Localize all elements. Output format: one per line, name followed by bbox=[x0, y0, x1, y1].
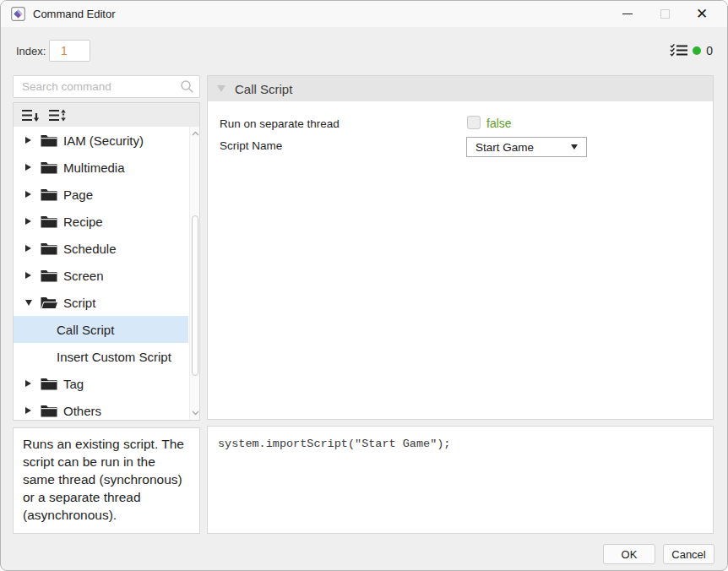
scroll-up-icon[interactable] bbox=[190, 128, 200, 139]
open-folder-icon bbox=[41, 296, 62, 309]
index-input[interactable] bbox=[49, 40, 90, 62]
chevron-right-icon[interactable] bbox=[25, 407, 41, 414]
tree-folder-page[interactable]: Page bbox=[14, 181, 188, 208]
index-label: Index: bbox=[16, 45, 46, 57]
cancel-button[interactable]: Cancel bbox=[663, 544, 714, 564]
chevron-right-icon[interactable] bbox=[25, 272, 41, 279]
minimize-button[interactable] bbox=[609, 1, 646, 27]
tree-folder-multimedia[interactable]: Multimedia bbox=[14, 154, 188, 181]
ok-button[interactable]: OK bbox=[603, 544, 655, 564]
folder-icon bbox=[41, 378, 62, 390]
run-on-separate-thread-checkbox[interactable] bbox=[467, 116, 481, 129]
folder-icon bbox=[41, 242, 62, 255]
error-count: 0 bbox=[706, 44, 713, 57]
tree-folder-screen[interactable]: Screen bbox=[14, 262, 188, 289]
tree-folder-iam-security[interactable]: IAM (Security) bbox=[14, 127, 188, 154]
app-icon bbox=[11, 7, 25, 21]
tree-label: Recipe bbox=[63, 215, 103, 229]
collapse-all-icon[interactable] bbox=[21, 107, 40, 123]
checkbox-value-text: false bbox=[486, 117, 512, 130]
chevron-down-icon[interactable] bbox=[25, 300, 41, 306]
tree-label: Screen bbox=[63, 269, 104, 283]
field-row-script-name: Script Name Start Game bbox=[220, 135, 701, 155]
script-name-dropdown[interactable]: Start Game bbox=[466, 137, 587, 157]
collapse-section-icon[interactable] bbox=[217, 85, 225, 92]
minimize-icon bbox=[622, 14, 633, 14]
tree-label: Insert Custom Script bbox=[57, 350, 171, 364]
tree-label: Others bbox=[63, 404, 101, 418]
search-box bbox=[13, 75, 200, 98]
command-editor-window: Command Editor ✕ Index: bbox=[0, 0, 728, 571]
tree-label: Tag bbox=[63, 377, 84, 391]
status-dot-icon bbox=[693, 46, 701, 55]
tree-folder-tag[interactable]: Tag bbox=[14, 370, 188, 397]
folder-icon bbox=[41, 161, 62, 174]
close-button[interactable]: ✕ bbox=[683, 1, 720, 27]
editor-panel: Call Script Run on separate thread false… bbox=[207, 75, 714, 420]
chevron-down-icon bbox=[571, 144, 578, 150]
scrollbar-thumb[interactable] bbox=[192, 215, 198, 376]
dropdown-selected-value: Start Game bbox=[475, 141, 571, 154]
scroll-down-icon[interactable] bbox=[190, 408, 200, 418]
tree-scrollbar[interactable] bbox=[189, 127, 199, 420]
folder-icon bbox=[41, 405, 62, 417]
folder-icon bbox=[41, 134, 62, 147]
maximize-button[interactable] bbox=[646, 1, 683, 27]
tree-item-call-script[interactable]: Call Script bbox=[14, 316, 188, 343]
chevron-right-icon[interactable] bbox=[25, 245, 41, 252]
folder-icon bbox=[41, 188, 62, 201]
tree-item-insert-custom-script[interactable]: Insert Custom Script bbox=[14, 343, 188, 370]
tree-label: Multimedia bbox=[63, 160, 125, 175]
search-icon bbox=[180, 79, 194, 97]
section-title: Call Script bbox=[235, 82, 292, 96]
chevron-right-icon[interactable] bbox=[25, 191, 41, 198]
field-label-script-name: Script Name bbox=[220, 139, 282, 152]
chevron-right-icon[interactable] bbox=[25, 137, 41, 144]
section-header[interactable]: Call Script bbox=[208, 76, 713, 101]
tree-folder-script[interactable]: Script bbox=[14, 289, 188, 316]
chevron-right-icon[interactable] bbox=[25, 164, 41, 171]
window-title: Command Editor bbox=[33, 8, 116, 20]
code-text: system.importScript("Start Game"); bbox=[218, 438, 450, 450]
tree-label: Call Script bbox=[57, 323, 114, 337]
maximize-icon bbox=[660, 9, 670, 19]
tree-label: Page bbox=[63, 188, 93, 202]
status-area: 0 bbox=[670, 43, 713, 57]
chevron-right-icon[interactable] bbox=[25, 380, 41, 387]
search-input[interactable] bbox=[13, 75, 200, 98]
tree-label: Schedule bbox=[63, 242, 117, 256]
checklist-icon[interactable] bbox=[670, 43, 687, 57]
close-icon: ✕ bbox=[696, 7, 708, 21]
folder-icon bbox=[41, 215, 62, 228]
field-label-run-on-separate-thread: Run on separate thread bbox=[220, 117, 340, 130]
command-tree: IAM (Security)MultimediaPageRecipeSchedu… bbox=[13, 127, 200, 421]
tree-label: Script bbox=[63, 296, 95, 310]
tree-folder-schedule[interactable]: Schedule bbox=[14, 235, 188, 262]
window-controls: ✕ bbox=[609, 1, 720, 27]
folder-icon bbox=[41, 269, 62, 282]
chevron-right-icon[interactable] bbox=[25, 218, 41, 225]
tree-toolbar bbox=[13, 102, 200, 128]
field-row-run-on-separate-thread: Run on separate thread false bbox=[220, 113, 701, 133]
code-preview-panel: system.importScript("Start Game"); bbox=[207, 426, 714, 534]
tree-folder-recipe[interactable]: Recipe bbox=[14, 208, 188, 235]
expand-all-icon[interactable] bbox=[48, 107, 67, 123]
command-description: Runs an existing script. The script can … bbox=[13, 427, 200, 534]
titlebar: Command Editor ✕ bbox=[1, 1, 727, 27]
tree-folder-others[interactable]: Others bbox=[14, 397, 188, 421]
tree-label: IAM (Security) bbox=[63, 133, 144, 148]
